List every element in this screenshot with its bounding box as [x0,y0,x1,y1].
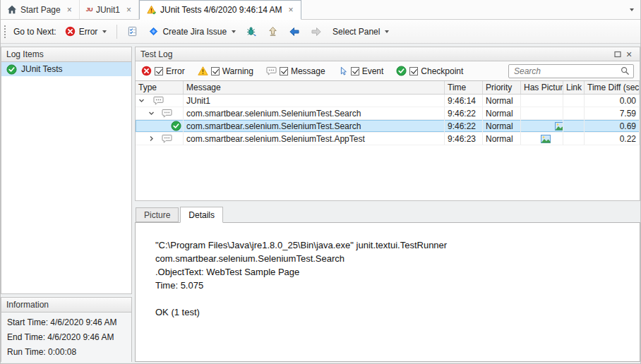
close-icon[interactable]: × [126,6,132,14]
close-panel-icon[interactable]: × [623,49,635,60]
tab-junit1[interactable]: JU JUnit1 × [80,0,139,19]
table-header-row: Type Message Time Priority Has Picture L… [136,81,640,95]
start-time-text: Start Time: 4/6/2020 9:46 AM [1,315,131,330]
table-row[interactable]: com.smartbear.selenium.SeleniumTest.Sear… [136,107,640,120]
arrow-left-icon [289,26,300,37]
table-row-selected[interactable]: com.smartbear.selenium.SeleniumTest.Sear… [136,120,640,133]
run-time-text: Run Time: 0:00:08 [1,345,131,360]
chevron-down-icon[interactable] [148,110,155,116]
test-log-icon [146,5,157,15]
tab-list-chevron-icon[interactable] [622,0,640,19]
message-checkbox[interactable] [280,67,288,75]
column-priority[interactable]: Priority [483,81,521,94]
time-cell: 9:46:23 [445,133,483,145]
float-panel-icon[interactable] [612,49,623,60]
goto-next-error-button[interactable]: Error [61,24,111,39]
log-item-label: JUnit Tests [21,64,62,74]
create-jira-issue-button[interactable]: Create Jira Issue [145,24,239,39]
picture-icon[interactable] [541,135,551,143]
filter-event: Event [338,66,384,76]
navigate-forward-button[interactable] [307,24,325,40]
navigate-back-button[interactable] [285,24,304,40]
priority-cell: Normal [483,107,521,119]
log-item-junit-tests[interactable]: JUnit Tests [1,62,131,76]
tab-start-page[interactable]: Start Page × [1,0,80,19]
report-bug-button[interactable] [243,24,260,39]
export-log-button[interactable] [264,24,282,39]
message-cell: JUnit1 [184,95,445,107]
column-time[interactable]: Time [445,81,483,94]
message-cell: com.smartbear.selenium.SeleniumTest.Sear… [184,107,445,119]
column-has-picture[interactable]: Has Picture [521,81,563,94]
test-log-titlebar: Test Log × [135,47,640,61]
table-empty-area [136,145,640,200]
select-panel-label: Select Panel [333,27,380,37]
link-cell [563,107,585,119]
information-body: Start Time: 4/6/2020 9:46 AM End Time: 4… [1,313,131,363]
home-icon [7,5,17,14]
filter-label: Error [166,66,185,76]
results-checklist-icon [127,26,138,37]
filter-label: Checkpoint [421,66,463,76]
filter-checkpoint: Checkpoint [396,66,463,76]
details-line [155,292,620,305]
document-tabstrip: Start Page × JU JUnit1 × JUnit Tests 4/6… [1,0,640,20]
log-items-panel: Log Items JUnit Tests [1,47,132,294]
toolbar-grip-handle[interactable] [4,25,6,39]
chevron-right-icon[interactable] [148,135,155,142]
select-panel-button[interactable]: Select Panel [329,25,393,39]
compare-results-button[interactable] [124,24,141,39]
tab-junit-tests-log[interactable]: JUnit Tests 4/6/2020 9:46:14 AM × [139,0,301,20]
column-time-diff[interactable]: Time Diff (sec) [585,81,640,94]
column-link[interactable]: Link [563,81,585,94]
event-checkbox[interactable] [351,67,359,75]
column-message[interactable]: Message [184,81,445,94]
table-row[interactable]: com.smartbear.selenium.SeleniumTest.AppT… [136,133,640,145]
junit-icon: JU [86,6,92,13]
link-cell [563,95,585,107]
column-type[interactable]: Type [136,81,184,94]
priority-cell: Normal [483,120,521,132]
application-window: Start Page × JU JUnit1 × JUnit Tests 4/6… [0,0,641,364]
warning-checkbox[interactable] [211,67,220,75]
close-icon[interactable]: × [288,6,294,14]
filter-label: Message [291,66,325,76]
time-diff-cell: 0.69 [585,120,640,132]
priority-cell: Normal [483,133,521,145]
table-row[interactable]: JUnit1 9:46:14 Normal 0.00 [136,95,640,107]
tab-picture[interactable]: Picture [136,207,179,222]
toolbar-separator [116,25,117,39]
time-cell: 9:46:22 [445,107,483,119]
cursor-event-icon [338,66,348,76]
chevron-down-icon [102,30,107,33]
search-icon[interactable] [621,66,630,75]
tab-label: JUnit Tests 4/6/2020 9:46:14 AM [160,5,282,15]
time-cell: 9:46:14 [445,95,483,107]
time-diff-cell: 0.00 [585,95,640,107]
time-cell: 9:46:22 [445,120,483,132]
filter-message: Message [266,66,325,76]
filter-warning: Warning [198,66,253,76]
tabstrip-spacer [301,0,622,19]
chevron-down-icon [232,30,236,33]
test-log-panel: Test Log × Error [135,47,640,362]
details-line: .ObjectText: WebTest Sample Page [155,265,620,279]
content-area: Log Items JUnit Tests Information Start … [1,44,640,363]
log-toolbar: Go to Next: Error Create Jira Issue [1,20,640,44]
message-bubble-icon [162,109,172,119]
link-cell [563,133,585,145]
log-items-header: Log Items [1,47,131,62]
search-input[interactable] [513,66,618,77]
tab-details[interactable]: Details [180,207,223,223]
priority-cell: Normal [483,95,521,107]
log-table: Type Message Time Priority Has Picture L… [135,81,640,201]
close-icon[interactable]: × [66,6,73,14]
create-jira-label: Create Jira Issue [162,27,227,37]
picture-icon[interactable] [555,122,564,131]
filter-error: Error [141,66,185,76]
error-checkbox[interactable] [155,67,163,75]
upload-arrow-icon [268,26,278,37]
link-cell [563,120,585,132]
chevron-down-icon[interactable] [138,97,145,104]
checkpoint-checkbox[interactable] [409,67,418,75]
